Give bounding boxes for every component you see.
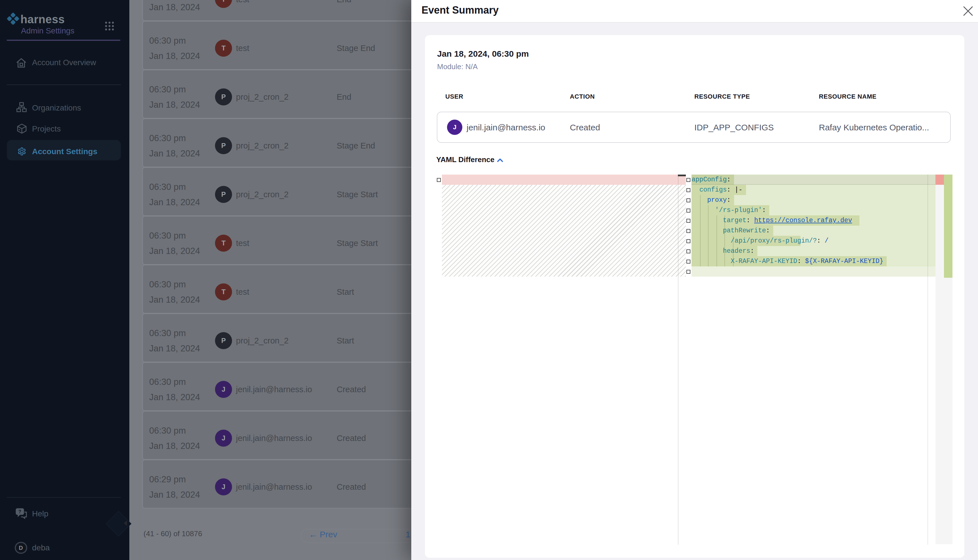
svg-text:?: ? bbox=[18, 509, 21, 514]
